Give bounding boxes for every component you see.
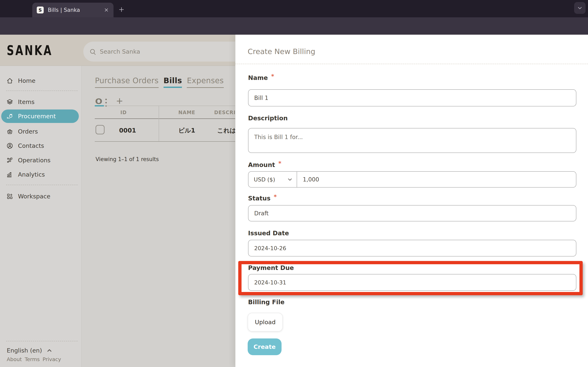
currency-select[interactable]: USD ($) [249,172,297,187]
procurement-icon [6,113,13,120]
view-tabs-border [95,106,235,106]
tab-bills[interactable]: Bills [164,76,182,88]
chevron-down-icon [577,5,583,11]
tab-purchase-orders[interactable]: Purchase Orders [95,76,159,88]
app-window: SANKA Home Items Procurement [0,35,588,367]
search-icon [89,48,96,55]
window-chevron-button[interactable] [574,2,586,14]
upload-button[interactable]: Upload [248,313,283,332]
footer-link-terms[interactable]: Terms [25,356,40,362]
language-selector[interactable]: English (en) [7,345,53,356]
chevron-down-icon [287,176,293,183]
sidebar-item-label: Operations [18,157,51,164]
payment-due-value: 2024-10-31 [249,279,286,286]
home-icon [6,77,13,84]
screen: S Bills | Sanka app.sanka.io/bills/? [0,0,588,367]
required-asterisk: * [271,73,274,80]
browser-tab-strip: S Bills | Sanka [0,0,588,17]
create-button-label: Create [254,343,276,350]
amount-field: USD ($) 1,000 [248,171,576,188]
view-tab-active-underline [95,105,104,106]
drawer-divider [235,64,588,64]
sidebar-divider [6,185,78,185]
create-button[interactable]: Create [248,338,282,355]
sidebar-item-procurement[interactable]: Procurement [1,109,79,123]
name-value: Bill 1 [249,95,268,101]
table-column-divider [159,106,159,142]
column-header-id[interactable]: ID [116,110,131,115]
upload-button-label: Upload [255,319,276,325]
required-asterisk: * [274,193,277,200]
issued-date-label: Issued Date [248,230,289,237]
analytics-icon [6,171,13,178]
status-label: Status* [248,195,277,202]
payment-due-field[interactable]: 2024-10-31 [248,274,576,291]
add-view-icon[interactable]: + [116,96,123,106]
basket-icon [6,128,13,135]
sidebar-item-contacts[interactable]: Contacts [0,140,82,151]
operations-icon [6,157,13,164]
description-label: Description [248,115,288,122]
chevron-up-icon [46,347,53,354]
sidebar-item-orders[interactable]: Orders [0,126,82,137]
billing-file-label: Billing File [248,299,285,306]
sidebar-item-workspace[interactable]: Workspace [0,191,82,202]
sidebar-item-label: Home [18,77,35,84]
language-label: English (en) [7,347,42,354]
view-tab-circle[interactable]: O [95,97,102,106]
sidebar-item-home[interactable]: Home [0,75,82,86]
footer-link-about[interactable]: About [7,356,22,362]
column-header-name[interactable]: NAME [173,110,200,115]
workspace-icon [6,193,13,200]
contact-icon [6,142,13,149]
row-checkbox[interactable] [95,125,104,134]
status-field[interactable]: Draft [248,205,576,221]
sidebar-item-label: Analytics [18,171,45,178]
cell-name: ビル1 [173,126,200,135]
layers-icon [6,99,13,105]
table-options-icon[interactable] [105,99,107,108]
sidebar-divider [6,91,78,91]
create-billing-drawer: Create New Billing Name* Bill 1 Descript… [235,35,588,367]
description-field[interactable]: This is Bill 1 for... [248,128,576,153]
search-placeholder: Search Sanka [100,48,140,55]
favicon: S [37,7,44,13]
tab-title: Bills | Sanka [48,7,104,13]
sidebar-item-label: Orders [18,128,38,135]
sidebar: SANKA Home Items Procurement [0,35,82,367]
sidebar-logo-band: SANKA [0,35,82,66]
sidebar-item-label: Items [18,99,35,105]
sidebar-item-operations[interactable]: Operations [0,155,82,166]
amount-value[interactable]: 1,000 [297,176,319,183]
tab-expenses[interactable]: Expenses [187,76,224,88]
sidebar-item-analytics[interactable]: Analytics [0,169,82,180]
browser-tab[interactable]: S Bills | Sanka [32,3,113,17]
tab-close-icon[interactable] [104,7,109,13]
cell-id: 0001 [114,127,141,134]
footer-link-privacy[interactable]: Privacy [43,356,61,362]
sidebar-item-items[interactable]: Items [0,96,82,108]
payment-due-label: Payment Due [248,264,294,271]
currency-value: USD ($) [249,176,275,183]
drawer-title: Create New Billing [248,47,315,56]
required-asterisk: * [278,160,281,167]
sidebar-item-label: Contacts [18,142,44,149]
issued-date-value: 2024-10-26 [249,245,286,251]
section-tabs: Purchase Orders Bills Expenses [95,76,224,88]
sidebar-item-label: Workspace [18,193,51,200]
sidebar-item-label: Procurement [18,113,56,120]
name-field[interactable]: Bill 1 [248,89,576,106]
sidebar-divider [6,341,78,341]
description-value: This is Bill 1 for... [249,128,303,141]
status-value: Draft [249,210,269,217]
table-header-border [95,118,235,119]
new-tab-icon[interactable] [118,6,125,13]
sidebar-footer: About Terms Privacy [7,356,61,362]
issued-date-field[interactable]: 2024-10-26 [248,240,576,257]
results-count: Viewing 1–1 of 1 results [95,156,159,162]
table-row-border [95,141,235,142]
name-label: Name* [248,74,274,81]
amount-label: Amount* [248,161,281,168]
app-logo: SANKA [7,43,53,58]
browser-toolbar: app.sanka.io/bills/?id=52c2aa1d-520f-425… [0,17,588,35]
